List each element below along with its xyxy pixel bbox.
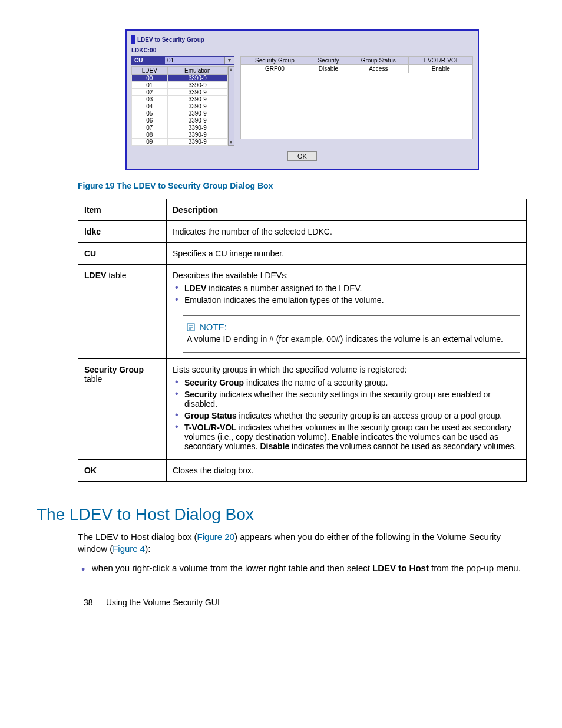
dialog-title-text: LDEV to Security Group — [137, 37, 204, 43]
ldkc-label: LDKC:00 — [131, 47, 473, 54]
scrollbar[interactable]: ▴ ▾ — [228, 66, 234, 146]
cu-label: CU — [132, 57, 165, 64]
chevron-down-icon[interactable]: ▾ — [224, 57, 234, 64]
security-group-table-body — [240, 73, 473, 139]
desc-text-cu: Specifies a CU image number. — [167, 243, 527, 265]
ldev-to-security-group-dialog: LDEV to Security Group LDKC:00 CU 01 ▾ L… — [125, 29, 479, 170]
scroll-down-icon[interactable]: ▾ — [229, 140, 234, 145]
table-row[interactable]: GRP00 Disable Access Enable — [241, 65, 473, 73]
table-row[interactable]: 073390-9 — [132, 124, 228, 131]
col-security-group: Security Group — [241, 57, 309, 65]
desc-text-ldkc: Indicates the number of the selected LDK… — [167, 221, 527, 243]
section-paragraph: The LDEV to Host dialog box (Figure 20) … — [78, 531, 527, 555]
page-footer: 38 Using the Volume Security GUI — [78, 598, 527, 607]
desc-item-security-group-table: Security Group table — [78, 359, 167, 460]
desc-item-ok: OK — [78, 460, 167, 482]
section-heading: The LDEV to Host Dialog Box — [37, 505, 527, 524]
note-block: NOTE: A volume ID ending in # (for examp… — [183, 315, 520, 353]
desc-text-security-group-table: Lists security groups in which the speci… — [167, 359, 527, 460]
security-group-table[interactable]: Security Group Security Group Status T-V… — [240, 56, 473, 73]
table-row[interactable]: 033390-9 — [132, 96, 228, 103]
table-row[interactable]: 013390-9 — [132, 82, 228, 89]
section-list: when you right-click a volume from the l… — [78, 562, 527, 574]
table-row[interactable]: 043390-9 — [132, 103, 228, 110]
desc-item-ldkc: ldkc — [78, 221, 167, 243]
ldev-table[interactable]: LDEV Emulation 003390-9 013390-9 023390-… — [131, 66, 228, 146]
page-number: 38 — [84, 598, 104, 607]
desc-text-ldev-table: Describes the available LDEVs: LDEV indi… — [167, 265, 527, 359]
desc-item-ldev-table: LDEV table — [78, 265, 167, 359]
scroll-up-icon[interactable]: ▴ — [229, 67, 234, 72]
title-marker-icon — [131, 35, 135, 44]
figure-caption: Figure 19 The LDEV to Security Group Dia… — [78, 181, 527, 190]
list-item: when you right-click a volume from the l… — [92, 562, 527, 574]
cu-value: 01 — [165, 57, 224, 64]
footer-text: Using the Volume Security GUI — [106, 598, 220, 607]
emulation-col-header: Emulation — [167, 67, 227, 75]
col-tvol-rvol: T-VOL/R-VOL — [409, 57, 473, 65]
table-row[interactable]: 083390-9 — [132, 131, 228, 139]
ldev-col-header: LDEV — [132, 67, 168, 75]
link-figure-20[interactable]: Figure 20 — [197, 532, 234, 542]
ok-button[interactable]: OK — [287, 151, 317, 161]
col-security: Security — [309, 57, 348, 65]
desc-head-desc: Description — [167, 199, 527, 221]
note-icon — [187, 323, 196, 331]
table-row[interactable]: 053390-9 — [132, 110, 228, 117]
desc-text-ok: Closes the dialog box. — [167, 460, 527, 482]
dialog-title: LDEV to Security Group — [131, 35, 473, 44]
description-table: Item Description ldkc Indicates the numb… — [78, 199, 527, 482]
table-row[interactable]: 003390-9 — [132, 75, 228, 82]
desc-item-cu: CU — [78, 243, 167, 265]
link-figure-4[interactable]: Figure 4 — [113, 543, 145, 554]
cu-selector[interactable]: CU 01 ▾ — [131, 56, 234, 65]
table-row[interactable]: 093390-9 — [132, 139, 228, 146]
table-row[interactable]: 063390-9 — [132, 117, 228, 124]
table-row[interactable]: 023390-9 — [132, 89, 228, 96]
desc-head-item: Item — [78, 199, 167, 221]
col-group-status: Group Status — [348, 57, 409, 65]
